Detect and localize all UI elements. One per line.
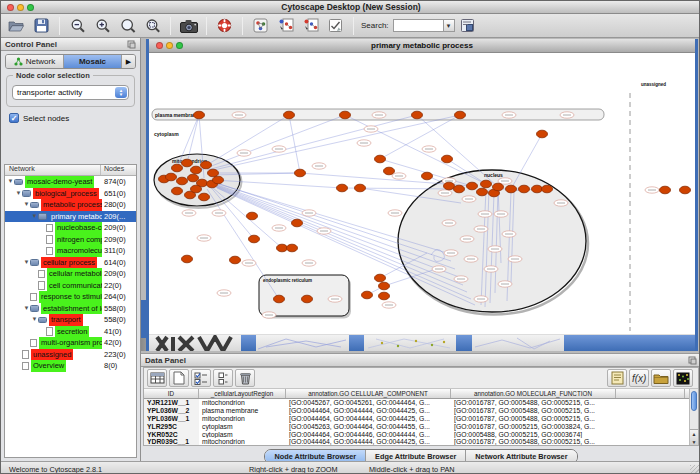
network-node[interactable] bbox=[477, 188, 488, 196]
network-node[interactable] bbox=[542, 185, 553, 193]
network-node[interactable] bbox=[274, 295, 285, 303]
network-node[interactable] bbox=[166, 173, 177, 181]
delete-attribute-button[interactable] bbox=[235, 369, 255, 387]
tree-item-cell-communicati[interactable]: cell communicati22(0) bbox=[5, 280, 136, 292]
network-node[interactable] bbox=[191, 166, 202, 174]
tab-network[interactable]: Network bbox=[6, 55, 64, 68]
expander-icon[interactable]: ▼ bbox=[7, 176, 14, 188]
table-scrollbar-arrows[interactable]: ▲▼ bbox=[690, 429, 698, 445]
tree-item-response-to-stimulu[interactable]: response to stimulu264(0) bbox=[5, 291, 136, 303]
create-attribute-button[interactable] bbox=[169, 369, 189, 387]
tab-overflow-arrow[interactable]: ▶ bbox=[122, 55, 135, 68]
table-scrollbar-thumb[interactable] bbox=[691, 391, 697, 411]
tree-item-nitrogen-compoun[interactable]: nitrogen compoun209(0) bbox=[5, 234, 136, 246]
snapshot-button[interactable] bbox=[177, 15, 200, 36]
network-node[interactable] bbox=[340, 111, 351, 119]
network-node[interactable] bbox=[287, 244, 298, 252]
tree-item-overview[interactable]: Overview8(0) bbox=[5, 360, 136, 372]
network-node[interactable] bbox=[379, 282, 390, 290]
network-node[interactable] bbox=[295, 169, 306, 177]
background-frame-bar[interactable] bbox=[241, 335, 256, 351]
network-node[interactable] bbox=[208, 169, 219, 177]
zoom-selected-button[interactable] bbox=[116, 15, 139, 36]
background-thumbnail-1[interactable] bbox=[149, 335, 241, 351]
tree-item-metabolic-process[interactable]: ▼metabolic process280(0) bbox=[5, 199, 136, 211]
tree-item-primary-metabolic-pr[interactable]: ▼primary metabolic pr209(... bbox=[5, 211, 136, 223]
tree-item-nucleobase-contai[interactable]: nucleobase-contai209(0) bbox=[5, 222, 136, 234]
search-settings-button[interactable] bbox=[456, 15, 479, 36]
background-thumbnail-3[interactable] bbox=[364, 335, 456, 351]
network-node[interactable] bbox=[537, 130, 548, 138]
network-node[interactable] bbox=[442, 155, 453, 163]
network-node[interactable] bbox=[375, 274, 386, 282]
network-view-titlebar[interactable]: primary metabolic process bbox=[149, 39, 695, 53]
network-node[interactable] bbox=[201, 161, 212, 169]
float-panel-icon[interactable] bbox=[127, 40, 136, 49]
expander-icon[interactable]: ▼ bbox=[23, 257, 30, 269]
network-node[interactable] bbox=[519, 185, 530, 193]
network-node[interactable] bbox=[277, 244, 288, 252]
zoom-out-button[interactable] bbox=[66, 15, 89, 36]
network-node[interactable] bbox=[199, 193, 210, 201]
table-row[interactable]: YPL036W__1mitochondrion[GO:0044464, GO:0… bbox=[144, 415, 689, 423]
tree-item-secretion[interactable]: secretion41(0) bbox=[5, 326, 136, 338]
background-thumbnail-2[interactable] bbox=[256, 335, 349, 351]
open-session-button[interactable] bbox=[5, 15, 28, 36]
network-node[interactable] bbox=[172, 164, 183, 172]
float-panel-icon[interactable] bbox=[688, 356, 697, 365]
network-node[interactable] bbox=[177, 177, 188, 185]
network-canvas-container[interactable]: plasma membranecytoplasmnucleusmitochond… bbox=[149, 53, 695, 334]
expander-icon[interactable]: ▼ bbox=[31, 314, 38, 326]
attribute-batch-button[interactable] bbox=[213, 369, 233, 387]
expander-icon[interactable]: ▼ bbox=[15, 188, 22, 200]
network-node[interactable] bbox=[362, 291, 373, 299]
help-button[interactable] bbox=[213, 15, 236, 36]
network-node[interactable] bbox=[302, 295, 313, 303]
attribute-editor-button[interactable] bbox=[607, 369, 627, 387]
import-attributes-button[interactable] bbox=[651, 369, 671, 387]
background-frame-bar[interactable] bbox=[456, 335, 472, 351]
zoom-in-button[interactable] bbox=[91, 15, 114, 36]
expander-icon[interactable]: ▼ bbox=[23, 199, 30, 211]
table-scrollbar[interactable]: ▲▼ bbox=[689, 389, 698, 445]
table-row[interactable]: YDR039C__1mitochondrion[GO:0044464, GO:0… bbox=[144, 438, 689, 445]
search-input[interactable] bbox=[393, 19, 443, 32]
column-header-3[interactable]: annotation.GO MOLECULAR_FUNCTION bbox=[451, 389, 616, 398]
network-node[interactable] bbox=[412, 111, 423, 119]
tree-item-establishment-of-lo[interactable]: ▼establishment of lo558(0) bbox=[5, 303, 136, 315]
network-node[interactable] bbox=[532, 185, 543, 193]
expander-icon[interactable]: ▼ bbox=[23, 303, 30, 315]
tree-col-nodes[interactable]: Nodes bbox=[101, 165, 136, 175]
network-node[interactable] bbox=[506, 185, 517, 193]
network-node[interactable] bbox=[284, 111, 295, 119]
network-node[interactable] bbox=[213, 176, 224, 184]
tree-item-multi-organism-pro[interactable]: multi-organism pro42(0) bbox=[5, 337, 136, 349]
tree-item-mosaic-demo-yeast[interactable]: ▼mosaic-demo-yeast874(0) bbox=[5, 176, 136, 188]
zoom-fit-button[interactable] bbox=[141, 15, 164, 36]
network-node[interactable] bbox=[493, 183, 504, 191]
node-color-attribute-select[interactable]: transporter activity ▲▼ bbox=[12, 85, 129, 100]
tree-item-transport[interactable]: ▼transport558(0) bbox=[5, 314, 136, 326]
network-graph[interactable]: plasma membranecytoplasmnucleusmitochond… bbox=[149, 53, 695, 334]
tree-item-cellular-metaboli[interactable]: cellular metaboli209(0) bbox=[5, 268, 136, 280]
network-node[interactable] bbox=[292, 219, 303, 227]
network-node[interactable] bbox=[444, 182, 455, 190]
network-node[interactable] bbox=[660, 186, 671, 194]
network-node[interactable] bbox=[454, 185, 465, 193]
search-dropdown-icon[interactable]: ▼ bbox=[443, 19, 455, 32]
tree-item-unassigned[interactable]: unassigned223(0) bbox=[5, 349, 136, 361]
column-header-id[interactable]: ID bbox=[144, 389, 199, 398]
tab-mosaic[interactable]: Mosaic bbox=[64, 55, 122, 68]
network-node[interactable] bbox=[481, 180, 492, 188]
network-node[interactable] bbox=[680, 186, 691, 194]
table-row[interactable]: YPL036W__2plasma membrane[GO:0044464, GO… bbox=[144, 407, 689, 415]
column-header-1[interactable]: _cellularLayoutRegion bbox=[199, 389, 286, 398]
network-node[interactable] bbox=[182, 159, 193, 167]
network-node[interactable] bbox=[384, 167, 395, 175]
tree-item-cellular-process[interactable]: ▼cellular process614(0) bbox=[5, 257, 136, 269]
tree-item-macromolecule-m[interactable]: macromolecule m311(0) bbox=[5, 245, 136, 257]
network-node[interactable] bbox=[375, 155, 386, 163]
resize-grip[interactable] bbox=[690, 465, 700, 474]
network-node[interactable] bbox=[194, 111, 205, 119]
vizmapper-button[interactable] bbox=[249, 15, 272, 36]
